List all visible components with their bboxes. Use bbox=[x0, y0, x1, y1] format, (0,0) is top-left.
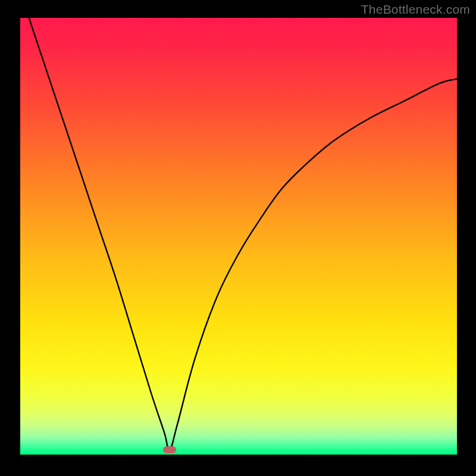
bottleneck-curve bbox=[20, 18, 457, 455]
plot-area bbox=[20, 18, 457, 455]
watermark-text: TheBottleneck.com bbox=[361, 2, 470, 17]
optimal-marker bbox=[163, 446, 176, 453]
chart-frame: TheBottleneck.com bbox=[0, 0, 476, 476]
